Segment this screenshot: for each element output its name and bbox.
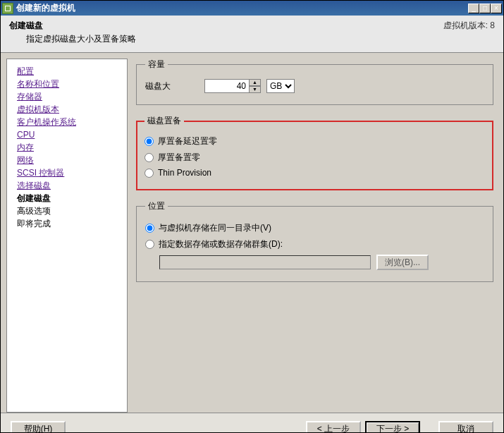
step-select-disk[interactable]: 选择磁盘 [17,179,127,192]
disk-size-unit-select[interactable]: GB [266,79,295,93]
page-subtitle: 指定虚拟磁盘大小及置备策略 [9,33,136,45]
radio-thick-eager-label: 厚置备置零 [158,152,200,164]
location-legend: 位置 [145,200,168,212]
spinner-up-icon[interactable]: ▲ [250,79,261,86]
radio-thin-provision-label: Thin Provision [158,168,211,178]
minimize-button[interactable]: _ [468,4,479,13]
radio-thick-lazy[interactable] [145,137,154,146]
step-guest-os[interactable]: 客户机操作系统 [17,116,127,128]
provisioning-group: 磁盘置备 厚置备延迟置零 厚置备置零 Thin Provision [136,115,493,190]
step-storage[interactable]: 存储器 [17,90,127,103]
wizard-footer: 帮助(H) < 上一步 下一步 > 取消 [1,413,503,433]
step-ready: 即将完成 [17,217,127,230]
disk-size-spinner[interactable]: ▲ ▼ [204,79,261,93]
radio-store-with-vm[interactable] [145,224,154,233]
capacity-group: 容量 磁盘大 ▲ ▼ GB [136,59,493,105]
wizard-header: 创建磁盘 指定虚拟磁盘大小及置备策略 虚拟机版本: 8 [1,16,503,53]
disk-size-label: 磁盘大 [145,80,171,92]
datastore-path-input [159,255,371,269]
wizard-steps-sidebar: 配置 名称和位置 存储器 虚拟机版本 客户机操作系统 CPU 内存 网络 SCS… [6,59,128,413]
radio-thick-lazy-label: 厚置备延迟置零 [158,135,217,147]
browse-button: 浏览(B)... [376,255,429,270]
step-advanced: 高级选项 [17,205,127,217]
back-button[interactable]: < 上一步 [306,421,361,434]
step-configuration[interactable]: 配置 [17,65,127,78]
step-vm-version[interactable]: 虚拟机版本 [17,103,127,116]
cancel-button[interactable]: 取消 [438,421,493,434]
maximize-button[interactable]: □ [479,4,491,13]
page-title: 创建磁盘 [9,20,136,32]
close-button[interactable]: × [491,4,502,13]
step-scsi[interactable]: SCSI 控制器 [17,166,127,179]
step-name-location[interactable]: 名称和位置 [17,78,127,90]
step-memory[interactable]: 内存 [17,141,127,154]
window-titlebar: 创建新的虚拟机 _ □ × [1,1,503,16]
radio-thin-provision[interactable] [145,169,154,178]
wizard-main-panel: 容量 磁盘大 ▲ ▼ GB 磁盘置备 厚置备延迟置零 [130,53,503,413]
step-cpu[interactable]: CPU [17,128,127,141]
disk-size-input[interactable] [204,79,250,93]
radio-thick-eager[interactable] [145,153,154,162]
spinner-down-icon[interactable]: ▼ [250,86,261,93]
capacity-legend: 容量 [145,59,168,71]
vsphere-icon [2,3,13,14]
radio-specify-datastore[interactable] [145,240,154,249]
help-button[interactable]: 帮助(H) [11,421,66,434]
location-group: 位置 与虚拟机存储在同一目录中(V) 指定数据存储或数据存储群集(D): 浏览(… [136,200,493,282]
step-network[interactable]: 网络 [17,154,127,166]
next-button[interactable]: 下一步 > [365,421,420,434]
provisioning-legend: 磁盘置备 [145,115,184,127]
step-create-disk: 创建磁盘 [17,192,127,205]
vm-version-label: 虚拟机版本: 8 [443,20,495,45]
radio-specify-datastore-label: 指定数据存储或数据存储群集(D): [159,238,283,250]
radio-store-with-vm-label: 与虚拟机存储在同一目录中(V) [159,222,271,234]
window-title: 创建新的虚拟机 [16,2,468,14]
